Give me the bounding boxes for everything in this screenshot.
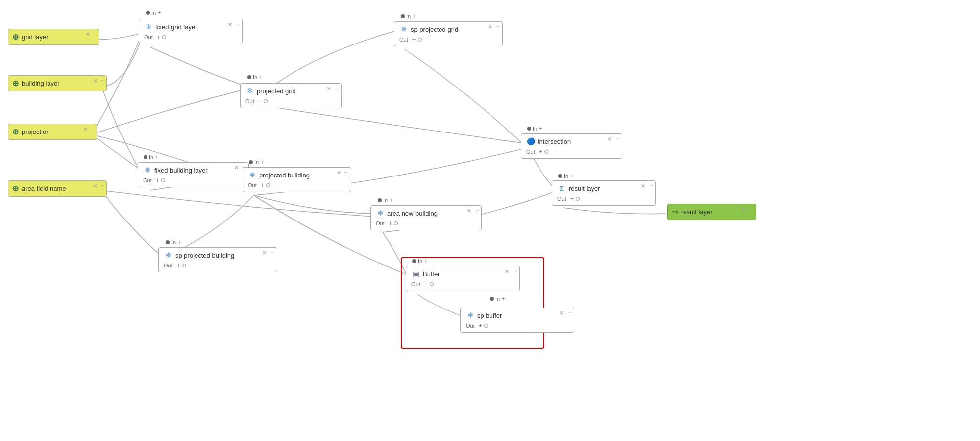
node-area-new-building: ❄ area new building ✕ ··· Out + bbox=[370, 205, 482, 230]
port-dot bbox=[166, 240, 170, 244]
port-dot-out[interactable] bbox=[418, 38, 422, 42]
snowflake-icon: ❄ bbox=[164, 251, 173, 260]
dots-icon[interactable]: ··· bbox=[100, 78, 104, 83]
close-icon[interactable]: ✕ bbox=[83, 126, 88, 132]
snowflake-icon: ❄ bbox=[245, 87, 254, 95]
node-footer: Out + bbox=[248, 181, 346, 189]
port-dot bbox=[490, 297, 494, 301]
arrow-icon: ⇒ bbox=[672, 207, 678, 217]
dots-icon[interactable]: ··· bbox=[93, 31, 97, 36]
port-dot-out[interactable] bbox=[576, 197, 580, 201]
node-footer: Out + bbox=[526, 148, 617, 155]
port-dot bbox=[146, 11, 150, 15]
snowflake-icon: ❄ bbox=[143, 166, 152, 175]
node-sp-buffer: ❄ sp buffer ✕ ··· Out + bbox=[460, 308, 574, 333]
dots-icon[interactable]: ··· bbox=[475, 208, 479, 213]
port-dot-out[interactable] bbox=[484, 324, 488, 328]
close-icon[interactable]: ✕ bbox=[262, 250, 267, 256]
close-icon[interactable]: ✕ bbox=[234, 165, 239, 171]
intersection-icon: 🔵 bbox=[526, 137, 535, 146]
close-icon[interactable]: ✕ bbox=[741, 206, 746, 213]
node-label: fixed grid layer bbox=[155, 23, 197, 31]
close-icon[interactable]: ✕ bbox=[559, 310, 564, 316]
node-projected-grid: ❄ projected grid ✕ ··· Out + bbox=[240, 83, 342, 108]
output-node-result-layer[interactable]: ⇒ result layer ✕ ··· bbox=[667, 204, 756, 220]
snowflake-icon: ❄ bbox=[376, 209, 385, 218]
dots-icon[interactable]: ··· bbox=[335, 86, 339, 90]
sigma-icon: Σ bbox=[557, 184, 566, 193]
plus-icon: ⊕ bbox=[12, 79, 19, 88]
node-buffer: ▣ Buffer ✕ ··· Out + bbox=[406, 266, 520, 291]
node-footer: Out + bbox=[376, 220, 476, 227]
node-title: ❄ sp projected grid bbox=[399, 25, 497, 34]
dots-icon[interactable]: ··· bbox=[496, 24, 500, 29]
port-dot-out[interactable] bbox=[544, 150, 548, 154]
close-icon[interactable]: ✕ bbox=[86, 31, 90, 38]
node-label: Buffer bbox=[423, 270, 440, 278]
input-node-grid-layer-label: grid layer bbox=[22, 33, 48, 41]
node-label: result layer bbox=[569, 185, 600, 192]
node-label: area new building bbox=[387, 210, 438, 217]
close-icon[interactable]: ✕ bbox=[327, 86, 331, 92]
port-dot-out[interactable] bbox=[266, 183, 270, 187]
port-in-label: In + bbox=[378, 196, 393, 204]
node-sp-projected-building: ❄ sp projected building ✕ ··· Out + bbox=[158, 247, 277, 272]
node-title: ❄ fixed grid layer bbox=[144, 22, 237, 31]
node-label: sp buffer bbox=[477, 312, 502, 319]
node-title: ❄ area new building bbox=[376, 209, 476, 218]
port-dot-out[interactable] bbox=[430, 282, 434, 286]
dots-icon[interactable]: ··· bbox=[345, 170, 349, 175]
connections-layer bbox=[0, 0, 980, 441]
port-dot bbox=[527, 127, 531, 131]
input-node-grid-layer[interactable]: ⊕ grid layer ✕ ··· bbox=[8, 29, 99, 45]
close-icon[interactable]: ✕ bbox=[93, 183, 98, 189]
close-icon[interactable]: ✕ bbox=[607, 136, 612, 142]
port-in-label: In + bbox=[412, 257, 428, 265]
node-label: projected building bbox=[259, 172, 310, 179]
input-node-area-field-name[interactable]: ⊕ area field name ✕ ··· bbox=[8, 180, 107, 197]
port-dot bbox=[249, 160, 253, 164]
port-dot-out[interactable] bbox=[162, 35, 166, 39]
node-intersection: 🔵 Intersection ✕ ··· Out + bbox=[521, 133, 622, 159]
node-title: ▣ Buffer bbox=[411, 269, 514, 278]
node-footer: Out + bbox=[557, 195, 650, 202]
canvas: ⊕ grid layer ✕ ··· ⊕ building layer ✕ ··… bbox=[0, 0, 980, 441]
close-icon[interactable]: ✕ bbox=[488, 24, 492, 30]
dots-icon[interactable]: ··· bbox=[236, 21, 240, 26]
port-dot-out[interactable] bbox=[182, 264, 186, 267]
dots-icon[interactable]: ··· bbox=[616, 136, 620, 141]
input-node-building-layer[interactable]: ⊕ building layer ✕ ··· bbox=[8, 75, 107, 91]
node-title: ❄ fixed building layer bbox=[143, 166, 244, 175]
close-icon[interactable]: ✕ bbox=[641, 183, 645, 189]
node-footer: Out + bbox=[399, 36, 497, 43]
dots-icon[interactable]: ··· bbox=[649, 183, 653, 188]
dots-icon[interactable]: ··· bbox=[271, 250, 275, 255]
close-icon[interactable]: ✕ bbox=[337, 170, 341, 176]
port-in-label: In + bbox=[558, 172, 574, 179]
port-dot-out[interactable] bbox=[394, 221, 398, 225]
buffer-icon: ▣ bbox=[411, 269, 420, 278]
output-node-label: result layer bbox=[681, 208, 713, 216]
port-in-label: In + bbox=[527, 125, 542, 132]
close-icon[interactable]: ✕ bbox=[228, 21, 232, 28]
port-dot-out[interactable] bbox=[264, 99, 268, 103]
dots-icon[interactable]: ··· bbox=[100, 183, 104, 188]
port-dot bbox=[144, 155, 147, 159]
dots-icon[interactable]: ··· bbox=[513, 268, 517, 273]
port-in-label: In + bbox=[249, 158, 264, 166]
port-dot-out[interactable] bbox=[161, 178, 165, 182]
plus-icon: ⊕ bbox=[12, 32, 19, 42]
dots-icon[interactable]: ··· bbox=[568, 310, 572, 315]
close-icon[interactable]: ✕ bbox=[505, 268, 509, 275]
close-icon[interactable]: ✕ bbox=[93, 78, 98, 84]
node-label: Intersection bbox=[538, 138, 571, 145]
snowflake-icon: ❄ bbox=[248, 171, 257, 179]
port-dot bbox=[412, 259, 416, 263]
dots-icon[interactable]: ··· bbox=[91, 126, 95, 131]
node-result-layer: Σ result layer ✕ ··· Out + bbox=[552, 180, 656, 206]
plus-icon: ⊕ bbox=[12, 184, 19, 193]
input-node-projection[interactable]: ⊕ projection ✕ ··· bbox=[8, 124, 97, 140]
dots-icon[interactable]: ··· bbox=[750, 206, 754, 211]
port-in-label: In + bbox=[146, 9, 161, 16]
close-icon[interactable]: ✕ bbox=[467, 208, 471, 214]
